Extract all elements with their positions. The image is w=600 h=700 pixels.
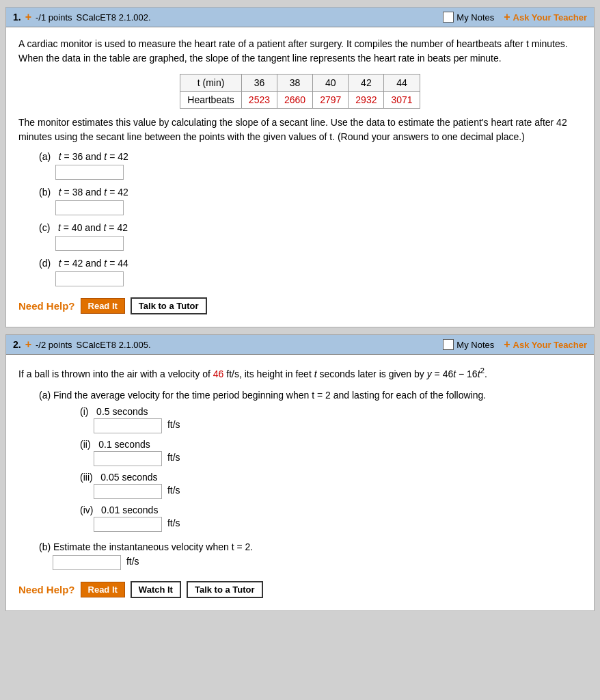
q2-input-ii[interactable]: [94, 451, 162, 466]
ask-teacher-label-1: Ask Your Teacher: [513, 12, 587, 23]
q2-need-help-row: Need Help? Read It Watch It Talk to a Tu…: [18, 581, 582, 604]
table-header-42: 42: [349, 75, 384, 92]
q2-sub-iv-desc: 0.01 seconds: [101, 504, 158, 515]
q1-part-c-label: (c) t = 40 and t = 42: [39, 222, 582, 233]
question-1-body-text: A cardiac monitor is used to measure the…: [18, 38, 568, 64]
q1-part-a-sym: (a): [39, 151, 51, 162]
q2-body-text-1: If a ball is thrown into the air with a …: [18, 368, 213, 379]
q1-part-a: (a) t = 36 and t = 42: [39, 151, 582, 180]
question-2-text: If a ball is thrown into the air with a …: [18, 364, 582, 381]
q2-talk-tutor-button[interactable]: Talk to a Tutor: [187, 581, 263, 598]
plus-icon-2: +: [25, 338, 31, 351]
q1-part-c: (c) t = 40 and t = 42: [39, 222, 582, 251]
q2-sub-ii-sym: (ii): [80, 439, 91, 450]
q2-input-b[interactable]: [53, 555, 121, 570]
question-1-body: A cardiac monitor is used to measure the…: [6, 27, 594, 327]
q1-need-help-row: Need Help? Read It Talk to a Tutor: [18, 297, 582, 320]
ask-teacher-button-2[interactable]: + Ask Your Teacher: [504, 338, 587, 351]
q2-sub-iii-sym: (iii): [80, 472, 93, 483]
q2-need-help-label: Need Help?: [18, 584, 75, 595]
question-2-header: 2. + -/2 points SCalcET8 2.1.005. My Not…: [6, 335, 594, 355]
q1-input-c[interactable]: [55, 236, 124, 251]
q1-input-b[interactable]: [55, 200, 124, 215]
question-2-body: If a ball is thrown into the air with a …: [6, 355, 594, 610]
my-notes-button-2[interactable]: My Notes: [443, 339, 494, 350]
question-1-header-right: My Notes + Ask Your Teacher: [443, 11, 587, 23]
q2-sub-part-iii: (iii) 0.05 seconds ft/s: [80, 472, 582, 499]
q1-part-b: (b) t = 38 and t = 42: [39, 187, 582, 215]
q1-read-it-button[interactable]: Read It: [81, 298, 125, 314]
q1-part-c-sym: (c): [39, 222, 50, 233]
q2-sub-iv-sym: (iv): [80, 504, 93, 515]
q2-sub-part-iv: (iv) 0.01 seconds ft/s: [80, 504, 582, 532]
q2-body-text-2: ft/s, its height in feet t seconds later…: [223, 368, 487, 379]
question-2-header-right: My Notes + Ask Your Teacher: [443, 338, 587, 351]
q2-sub-ii-desc: 0.1 seconds: [98, 439, 150, 450]
table-val-2660: 2660: [277, 92, 313, 109]
question-1-header-left: 1. + -/1 points SCalcET8 2.1.002.: [13, 11, 151, 23]
q1-part-a-label: (a) t = 36 and t = 42: [39, 151, 582, 162]
q2-sub-iii-desc: 0.05 seconds: [100, 472, 157, 483]
q2-sub-i-label: (i) 0.5 seconds: [80, 406, 582, 417]
question-2-header-left: 2. + -/2 points SCalcET8 2.1.005.: [13, 338, 151, 351]
table-val-2932: 2932: [349, 92, 384, 109]
q2-part-a-label: (a) Find the average velocity for the ti…: [39, 390, 582, 401]
q2-input-iv[interactable]: [94, 517, 162, 532]
q1-part-c-eq: t = 40 and t = 42: [58, 222, 128, 233]
question-2-course: SCalcET8 2.1.005.: [77, 340, 151, 350]
my-notes-label-2: My Notes: [456, 340, 494, 350]
q1-need-help-label: Need Help?: [18, 300, 75, 312]
q1-part-b-eq: t = 38 and t = 42: [59, 187, 128, 198]
q2-unit-ii: ft/s: [167, 452, 180, 463]
question-1: 1. + -/1 points SCalcET8 2.1.002. My Not…: [5, 7, 595, 327]
q1-part-b-sym: (b): [39, 187, 51, 198]
my-notes-button-1[interactable]: My Notes: [443, 12, 494, 23]
q2-unit-i: ft/s: [167, 419, 180, 430]
q2-read-it-button[interactable]: Read It: [81, 582, 125, 597]
table-header-36: 36: [241, 75, 277, 92]
q2-part-a: (a) Find the average velocity for the ti…: [39, 390, 582, 532]
q2-sub-ii-label: (ii) 0.1 seconds: [80, 439, 582, 450]
table-val-2523: 2523: [241, 92, 277, 109]
q1-part-b-label: (b) t = 38 and t = 42: [39, 187, 582, 198]
table-header-tmin: t (min): [180, 75, 241, 92]
q2-input-i[interactable]: [94, 418, 162, 433]
ask-teacher-button-1[interactable]: + Ask Your Teacher: [504, 11, 587, 23]
my-notes-label-1: My Notes: [456, 12, 494, 23]
q1-input-a[interactable]: [55, 165, 124, 180]
notes-icon-1: [443, 12, 454, 23]
q2-sub-part-ii: (ii) 0.1 seconds ft/s: [80, 439, 582, 466]
q1-part-d-eq: t = 42 and t = 44: [59, 258, 128, 269]
q2-input-iii[interactable]: [94, 484, 162, 499]
q1-part-d: (d) t = 42 and t = 44: [39, 258, 582, 286]
table-val-3071: 3071: [384, 92, 420, 109]
question-2-points: -/2 points: [36, 340, 72, 350]
table-header-44: 44: [384, 75, 420, 92]
table-header-38: 38: [277, 75, 313, 92]
question-2-number: 2.: [13, 339, 21, 350]
q1-part-a-eq: t = 36 and t = 42: [59, 151, 128, 162]
q2-velocity-value: 46: [213, 368, 224, 379]
plus-icon-1: +: [25, 11, 31, 23]
q1-talk-tutor-button[interactable]: Talk to a Tutor: [131, 297, 207, 314]
heartbeats-table: t (min) 36 38 40 42 44 Heartbeats 2523 2…: [180, 74, 420, 109]
question-1-text: A cardiac monitor is used to measure the…: [18, 37, 582, 66]
q1-part-d-label: (d) t = 42 and t = 44: [39, 258, 582, 269]
q2-part-b-label: (b) Estimate the instantaneous velocity …: [39, 541, 582, 552]
q2-sub-iii-label: (iii) 0.05 seconds: [80, 472, 582, 483]
question-1-subtext: The monitor estimates this value by calc…: [18, 116, 582, 144]
q2-sub-iv-label: (iv) 0.01 seconds: [80, 504, 582, 515]
q2-part-b-text: (b) Estimate the instantaneous velocity …: [39, 541, 253, 552]
question-2: 2. + -/2 points SCalcET8 2.1.005. My Not…: [5, 334, 595, 611]
question-1-header: 1. + -/1 points SCalcET8 2.1.002. My Not…: [6, 8, 594, 27]
q1-part-d-sym: (d): [39, 258, 51, 269]
table-val-2797: 2797: [313, 92, 349, 109]
question-1-course: SCalcET8 2.1.002.: [77, 12, 151, 23]
question-1-points: -/1 points: [36, 12, 72, 23]
table-header-40: 40: [313, 75, 349, 92]
notes-icon-2: [443, 339, 454, 350]
plus-ask-1: +: [504, 11, 510, 23]
q2-unit-iii: ft/s: [167, 485, 180, 496]
q1-input-d[interactable]: [55, 271, 124, 286]
q2-watch-it-button[interactable]: Watch It: [131, 581, 181, 598]
